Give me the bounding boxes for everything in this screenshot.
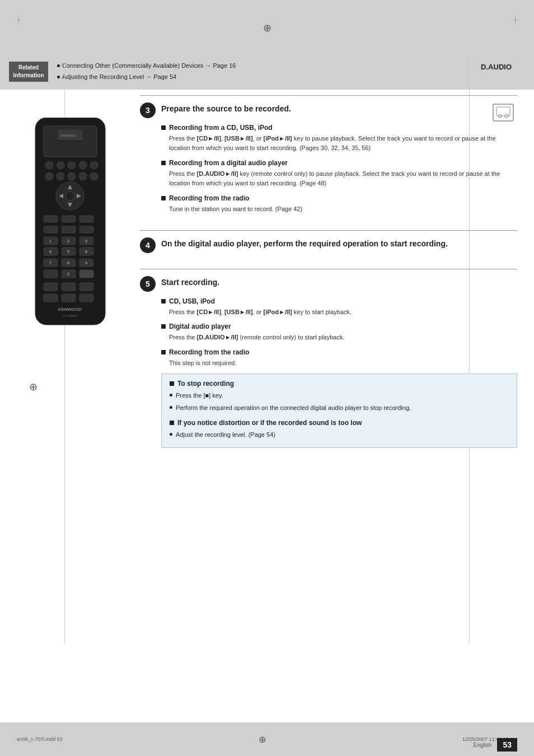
svg-rect-26 bbox=[79, 226, 93, 233]
step-3-number: 3 bbox=[140, 102, 156, 118]
bottom-bar: en06_c-707i.indd 53 ⊕ 12/25/2007 11:43:1… bbox=[0, 722, 534, 756]
sub-content-radio-3: Tune in the station you want to record. … bbox=[169, 204, 517, 214]
reg-mark-tr: ┼ bbox=[513, 17, 517, 23]
related-link-text-1: Connecting Other (Commercially Available… bbox=[62, 60, 236, 72]
highlight-item-stop-2-text: Perform the required operation on the co… bbox=[176, 403, 411, 413]
svg-rect-25 bbox=[62, 226, 76, 233]
svg-text:7: 7 bbox=[49, 261, 51, 265]
reg-mark-tl: ┼ bbox=[17, 17, 21, 23]
step-5-section: 5 Start recording. CD, USB, iPod Press t… bbox=[140, 269, 517, 454]
main-content: KENWOOD bbox=[0, 95, 534, 459]
highlight-item-stop-2: Perform the required operation on the co… bbox=[170, 403, 509, 413]
sub-section-cd-usb-ipod: Recording from a CD, USB, iPod Press the… bbox=[161, 124, 517, 153]
svg-text:KENWOOD: KENWOOD bbox=[58, 307, 82, 312]
bottom-file-info: en06_c-707i.indd 53 bbox=[17, 736, 63, 742]
svg-point-11 bbox=[68, 172, 76, 180]
highlight-square-1 bbox=[170, 381, 174, 386]
svg-text:8: 8 bbox=[67, 261, 69, 265]
step-5-title: Start recording. bbox=[161, 277, 219, 288]
d-audio-label: D.AUDIO bbox=[481, 63, 512, 71]
sub-title-cd-5: CD, USB, iPod bbox=[161, 297, 517, 305]
svg-rect-49 bbox=[44, 283, 58, 291]
svg-text:KENWOOD: KENWOOD bbox=[60, 134, 76, 137]
sub-title-square-5-1 bbox=[161, 299, 166, 304]
highlight-item-stop-1-text: Press the [■] key. bbox=[176, 391, 223, 401]
step-3-body: Recording from a CD, USB, iPod Press the… bbox=[140, 124, 517, 214]
svg-point-8 bbox=[90, 161, 98, 169]
highlight-item-distortion-1: Adjust the recording level. (Page 54) bbox=[170, 430, 509, 440]
highlight-item-stop-1: Press the [■] key. bbox=[170, 391, 509, 401]
sub-section-cd-5: CD, USB, iPod Press the [CD►/II], [USB►/… bbox=[161, 297, 517, 318]
related-info-area: Related Information Connecting Other (Co… bbox=[0, 56, 534, 90]
sub-title-cd-5-text: CD, USB, iPod bbox=[169, 297, 215, 305]
svg-rect-22 bbox=[62, 216, 76, 222]
sub-section-digital-audio: Recording from a digital audio player Pr… bbox=[161, 159, 517, 189]
highlight-bullet-3 bbox=[170, 433, 172, 436]
page: ┼ ┼ ⊕ Related Information Connecting Oth… bbox=[0, 0, 534, 756]
sub-title-digital-text: Recording from a digital audio player bbox=[169, 159, 288, 167]
svg-point-7 bbox=[79, 161, 87, 169]
step-5-body: CD, USB, iPod Press the [CD►/II], [USB►/… bbox=[140, 297, 517, 449]
svg-rect-51 bbox=[79, 283, 93, 291]
related-info-links: Connecting Other (Commercially Available… bbox=[57, 60, 525, 83]
svg-text:1: 1 bbox=[49, 239, 51, 243]
sub-section-radio-3: Recording from the radio Tune in the sta… bbox=[161, 194, 517, 214]
highlight-square-2 bbox=[170, 421, 174, 425]
remote-control-image: KENWOOD bbox=[30, 118, 111, 332]
sub-title-square-3 bbox=[161, 196, 166, 200]
sub-title-square-5-2 bbox=[161, 324, 166, 329]
svg-rect-48 bbox=[79, 270, 93, 278]
svg-text:9: 9 bbox=[85, 261, 87, 265]
sub-title-radio-5-text: Recording from the radio bbox=[169, 348, 249, 356]
svg-text:4: 4 bbox=[49, 250, 51, 254]
svg-rect-45 bbox=[44, 270, 58, 278]
sub-content-digital-5: Press the [D.AUDIO►/II] (remote control … bbox=[169, 333, 517, 343]
step-3-section: 3 Prepare the source to be recorded. bbox=[140, 95, 517, 226]
sub-content-radio-5: This step is not required. bbox=[169, 358, 517, 368]
page-number-area: English 53 bbox=[474, 738, 517, 752]
step-5-header: 5 Start recording. bbox=[140, 277, 517, 292]
svg-point-12 bbox=[79, 172, 87, 180]
highlight-item-distortion-1-text: Adjust the recording level. (Page 54) bbox=[176, 430, 275, 440]
svg-rect-23 bbox=[79, 216, 93, 222]
svg-point-10 bbox=[57, 172, 64, 180]
related-link-2: Adjusting the Recording Level → Page 54 bbox=[57, 72, 525, 83]
right-panel: 3 Prepare the source to be recorded. bbox=[129, 95, 517, 459]
svg-text:2: 2 bbox=[67, 239, 69, 243]
bullet-1 bbox=[57, 64, 60, 67]
related-info-box: Related Information bbox=[9, 62, 48, 82]
related-label-line2: Information bbox=[13, 72, 44, 78]
svg-point-9 bbox=[45, 172, 53, 180]
sub-content-cd-5: Press the [CD►/II], [USB►/II], or [iPod►… bbox=[169, 307, 517, 318]
page-number: 53 bbox=[497, 738, 517, 752]
sub-title-cd-text: Recording from a CD, USB, iPod bbox=[169, 124, 273, 132]
device-icon bbox=[492, 101, 514, 125]
step-4-title: On the digital audio player, perform the… bbox=[161, 239, 448, 250]
sub-title-radio-3-text: Recording from the radio bbox=[169, 194, 249, 202]
sub-title-square-2 bbox=[161, 161, 166, 165]
svg-text:0: 0 bbox=[67, 272, 69, 276]
svg-rect-24 bbox=[44, 226, 58, 233]
crosshair-bottom: ⊕ bbox=[259, 734, 266, 745]
highlight-title-distortion: If you notice distortion or if the recor… bbox=[170, 419, 509, 427]
bullet-2 bbox=[57, 76, 60, 78]
related-label-line1: Related bbox=[18, 64, 39, 71]
svg-text:6: 6 bbox=[85, 250, 87, 254]
highlight-title-stop: To stop recording bbox=[170, 380, 509, 388]
left-panel: KENWOOD bbox=[17, 95, 129, 459]
highlight-bullet-2 bbox=[170, 406, 172, 409]
sub-title-digital-5-text: Digital audio player bbox=[169, 323, 231, 330]
svg-rect-52 bbox=[44, 294, 58, 302]
sub-title-radio-5: Recording from the radio bbox=[161, 348, 517, 356]
svg-point-20 bbox=[65, 192, 74, 200]
sub-section-digital-5: Digital audio player Press the [D.AUDIO►… bbox=[161, 323, 517, 343]
svg-rect-21 bbox=[44, 216, 58, 222]
highlight-bullet-1 bbox=[170, 394, 172, 396]
sub-title-digital-5: Digital audio player bbox=[161, 323, 517, 330]
highlight-box-1: To stop recording Press the [■] key. Per… bbox=[161, 374, 517, 448]
step-3-title: Prepare the source to be recorded. bbox=[161, 104, 291, 115]
sub-content-digital: Press the [D.AUDIO►/II] key (remote cont… bbox=[169, 169, 517, 189]
highlight-title-distortion-text: If you notice distortion or if the recor… bbox=[177, 419, 362, 427]
related-link-1: Connecting Other (Commercially Available… bbox=[57, 60, 525, 72]
sub-section-radio-5: Recording from the radio This step is no… bbox=[161, 348, 517, 368]
